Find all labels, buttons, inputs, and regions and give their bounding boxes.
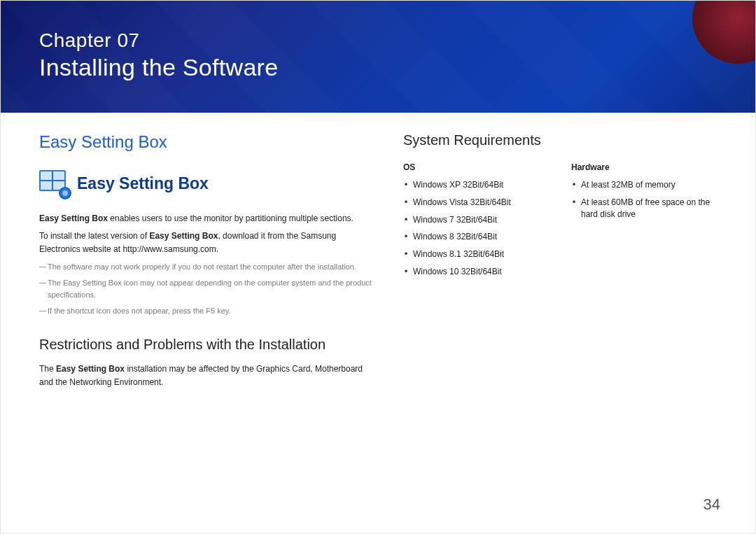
text: enables users to use the monitor by part… bbox=[108, 213, 354, 223]
os-list: Windows XP 32Bit/64Bit Windows Vista 32B… bbox=[403, 179, 543, 278]
product-logo-text: Easy Setting Box bbox=[77, 174, 209, 193]
chapter-banner: Chapter 07 Installing the Software bbox=[1, 1, 755, 113]
intro-paragraph-2: To install the latest version of Easy Se… bbox=[39, 230, 375, 256]
chapter-title: Installing the Software bbox=[39, 52, 717, 83]
chapter-number: Chapter 07 bbox=[39, 29, 717, 52]
bold-text: Easy Setting Box bbox=[63, 279, 122, 287]
note-item: If the shortcut icon does not appear, pr… bbox=[39, 305, 375, 317]
list-item: Windows XP 32Bit/64Bit bbox=[403, 179, 543, 191]
list-item: Windows 8 32Bit/64Bit bbox=[403, 231, 543, 243]
content-area: Easy Setting Box Easy Setting Box Easy S… bbox=[1, 113, 755, 393]
list-item: Windows Vista 32Bit/64Bit bbox=[403, 197, 543, 209]
os-column: OS Windows XP 32Bit/64Bit Windows Vista … bbox=[403, 162, 543, 283]
document-page: Chapter 07 Installing the Software Easy … bbox=[0, 0, 756, 534]
product-logo-row: Easy Setting Box bbox=[39, 170, 375, 197]
section-heading-restrictions: Restrictions and Problems with the Insta… bbox=[39, 337, 375, 353]
table-header-hardware: Hardware bbox=[571, 162, 717, 172]
restrictions-paragraph: The Easy Setting Box installation may be… bbox=[39, 363, 375, 389]
hardware-list: At least 32MB of memory At least 60MB of… bbox=[571, 179, 717, 220]
text: To install the latest version of bbox=[39, 231, 149, 241]
hardware-column: Hardware At least 32MB of memory At leas… bbox=[571, 162, 717, 283]
list-item: Windows 7 32Bit/64Bit bbox=[403, 214, 543, 226]
note-item: The software may not work properly if yo… bbox=[39, 261, 375, 273]
table-header-os: OS bbox=[403, 162, 543, 172]
bold-text: Easy Setting Box bbox=[39, 213, 108, 223]
bold-text: Easy Setting Box bbox=[149, 231, 218, 241]
gear-icon bbox=[59, 187, 71, 199]
left-column: Easy Setting Box Easy Setting Box Easy S… bbox=[39, 132, 375, 393]
text: The bbox=[39, 364, 56, 374]
list-item: Windows 8.1 32Bit/64Bit bbox=[403, 248, 543, 260]
requirements-table: OS Windows XP 32Bit/64Bit Windows Vista … bbox=[403, 162, 717, 283]
list-item: At least 32MB of memory bbox=[571, 179, 717, 191]
intro-paragraph-1: Easy Setting Box enables users to use th… bbox=[39, 212, 375, 225]
note-item: The Easy Setting Box icon may not appear… bbox=[39, 277, 375, 301]
section-heading-easy-setting-box: Easy Setting Box bbox=[39, 132, 375, 152]
list-item: At least 60MB of free space on the hard … bbox=[571, 197, 717, 220]
easy-setting-box-icon bbox=[39, 170, 69, 197]
right-column: System Requirements OS Windows XP 32Bit/… bbox=[403, 132, 717, 393]
bold-text: Easy Setting Box bbox=[56, 364, 125, 374]
list-item: Windows 10 32Bit/64Bit bbox=[403, 266, 543, 278]
section-heading-system-requirements: System Requirements bbox=[403, 132, 717, 148]
text: The bbox=[48, 279, 63, 287]
page-number: 34 bbox=[704, 496, 720, 514]
